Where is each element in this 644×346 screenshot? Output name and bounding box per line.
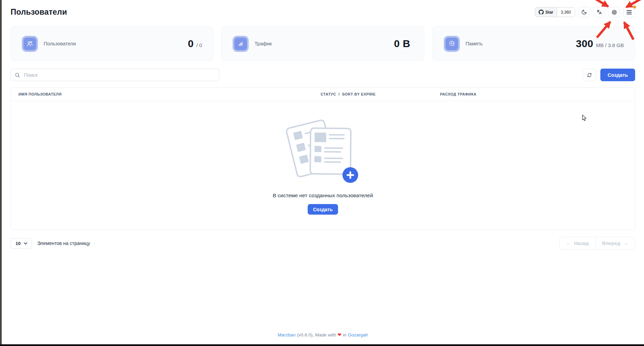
language-button[interactable] bbox=[593, 7, 605, 17]
footer-version: (v0.6.0), Made with bbox=[297, 332, 336, 337]
window-left-edge bbox=[0, 0, 2, 346]
page-size-select[interactable]: 10 bbox=[11, 238, 32, 249]
bar-chart-icon bbox=[237, 40, 244, 47]
stat-card-users: Пользователи 0 / 0 bbox=[11, 26, 213, 61]
toolbar: Создать bbox=[11, 69, 635, 81]
add-plus-icon[interactable] bbox=[342, 167, 358, 183]
notification-dot bbox=[633, 5, 636, 9]
menu-button[interactable] bbox=[623, 7, 635, 17]
header: Пользователи Star 3,360 bbox=[11, 0, 635, 17]
footer: Marzban (v0.6.0), Made with ❤ in Gozarga… bbox=[2, 332, 644, 337]
column-traffic[interactable]: РАСХОД ТРАФИКА bbox=[440, 92, 627, 96]
page-title: Пользователи bbox=[11, 8, 67, 17]
stat-value: 0 B bbox=[394, 38, 413, 49]
moon-icon bbox=[581, 9, 587, 15]
settings-button[interactable] bbox=[608, 7, 620, 17]
stat-card-memory: Память 300 MB / 3.8 GB bbox=[433, 26, 635, 61]
github-star-segment[interactable]: Star bbox=[535, 8, 557, 17]
pager-nav: ← Назад Вперед → bbox=[559, 237, 635, 250]
stat-label: Трафик bbox=[254, 41, 272, 46]
refresh-button[interactable] bbox=[583, 69, 596, 81]
column-status-expire[interactable]: СТАТУС/SORT BY EXPIRE bbox=[321, 92, 440, 96]
table-header-row: ИМЯ ПОЛЬЗОВАТЕЛЯ СТАТУС/SORT BY EXPIRE Р… bbox=[11, 88, 635, 101]
search-input[interactable] bbox=[11, 69, 219, 81]
header-actions: Star 3,360 bbox=[535, 7, 635, 17]
github-star-count[interactable]: 3,360 bbox=[557, 8, 575, 17]
stat-label: Память bbox=[466, 41, 483, 46]
heart-icon: ❤ bbox=[337, 332, 341, 337]
users-table: ИМЯ ПОЛЬЗОВАТЕЛЯ СТАТУС/SORT BY EXPIRE Р… bbox=[11, 87, 635, 230]
github-icon bbox=[539, 10, 544, 15]
translate-icon bbox=[596, 9, 602, 15]
table-empty-state: В системе нет созданных пользователей Со… bbox=[11, 101, 635, 230]
empty-documents-illustration bbox=[287, 118, 359, 186]
chevron-down-icon bbox=[24, 242, 27, 245]
dark-mode-toggle[interactable] bbox=[578, 7, 590, 17]
stat-value: 300 MB / 3.8 GB bbox=[576, 38, 624, 49]
prev-page-button[interactable]: ← Назад bbox=[560, 237, 596, 249]
empty-state-message: В системе нет созданных пользователей bbox=[273, 192, 373, 199]
empty-state-create-button[interactable]: Создать bbox=[308, 204, 338, 215]
column-status[interactable]: СТАТУС bbox=[321, 92, 336, 96]
next-page-button[interactable]: Вперед → bbox=[595, 237, 635, 249]
marzban-users-page: Пользователи Star 3,360 bbox=[2, 0, 644, 250]
users-icon bbox=[26, 40, 33, 47]
search-box bbox=[11, 69, 219, 81]
pie-chart-icon bbox=[448, 40, 455, 47]
column-sort-by-expire[interactable]: SORT BY EXPIRE bbox=[342, 92, 376, 96]
arrow-left-icon: ← bbox=[566, 241, 571, 246]
stat-label: Пользователи bbox=[44, 41, 76, 46]
stat-value: 0 / 0 bbox=[188, 38, 202, 49]
stat-card-traffic: Трафик 0 B bbox=[221, 26, 424, 61]
gear-icon bbox=[611, 9, 617, 15]
refresh-icon bbox=[587, 72, 592, 78]
search-icon bbox=[15, 72, 20, 78]
hamburger-icon bbox=[627, 10, 632, 14]
github-star-label: Star bbox=[545, 10, 553, 15]
gozargah-link[interactable]: Gozargah bbox=[348, 332, 368, 337]
document-front-page bbox=[309, 127, 351, 175]
column-username[interactable]: ИМЯ ПОЛЬЗОВАТЕЛЯ bbox=[18, 92, 321, 96]
stat-cards: Пользователи 0 / 0 Трафик 0 B bbox=[11, 26, 635, 61]
create-user-button[interactable]: Создать bbox=[600, 69, 635, 81]
window-bottom-edge bbox=[0, 344, 644, 346]
github-star-button[interactable]: Star 3,360 bbox=[535, 7, 575, 17]
pagination: 10 Элементов на страницу ← Назад Вперед … bbox=[11, 237, 635, 250]
arrow-right-icon: → bbox=[624, 241, 629, 246]
per-page-label: Элементов на страницу bbox=[37, 241, 90, 246]
marzban-link[interactable]: Marzban bbox=[278, 332, 296, 337]
